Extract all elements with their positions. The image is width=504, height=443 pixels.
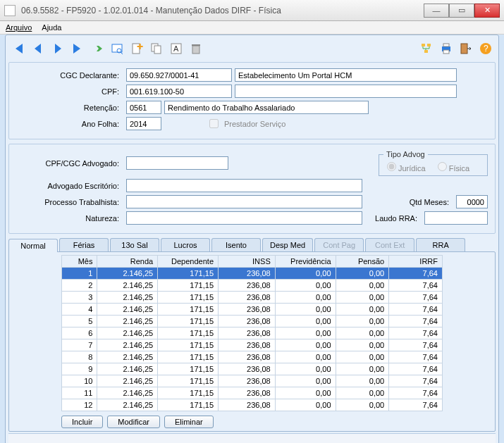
cell-mes[interactable]: 4 xyxy=(62,304,97,316)
cell-dep[interactable]: 171,15 xyxy=(158,375,219,387)
cell-renda[interactable]: 2.146,25 xyxy=(97,316,158,327)
cell-pensao[interactable]: 0,00 xyxy=(336,316,389,327)
tab-isento[interactable]: Isento xyxy=(211,238,261,251)
cell-renda[interactable]: 2.146,25 xyxy=(97,351,158,363)
table-row[interactable]: 22.146,25171,15236,080,000,007,64 xyxy=(62,280,443,292)
tab-desp-med[interactable]: Desp Med xyxy=(262,238,313,251)
cell-renda[interactable]: 2.146,25 xyxy=(97,399,158,411)
cell-renda[interactable]: 2.146,25 xyxy=(97,387,158,399)
retencao-desc-field[interactable] xyxy=(164,101,369,114)
cell-inss[interactable]: 236,08 xyxy=(219,351,276,363)
cell-irrf[interactable]: 7,64 xyxy=(389,304,443,316)
cell-mes[interactable]: 11 xyxy=(62,387,97,399)
cell-renda[interactable]: 2.146,25 xyxy=(97,327,158,339)
cell-inss[interactable]: 236,08 xyxy=(219,363,276,375)
col-irrf[interactable]: IRRF xyxy=(389,256,443,268)
cell-prev[interactable]: 0,00 xyxy=(275,304,336,316)
cell-irrf[interactable]: 7,64 xyxy=(389,387,443,399)
tab-lucros[interactable]: Lucros xyxy=(161,238,210,251)
cell-irrf[interactable]: 7,64 xyxy=(389,268,443,280)
cell-irrf[interactable]: 7,64 xyxy=(389,375,443,387)
cell-pensao[interactable]: 0,00 xyxy=(336,375,389,387)
retencao-cod-field[interactable] xyxy=(126,101,161,114)
cpf-nome-field[interactable] xyxy=(235,85,457,98)
cell-prev[interactable]: 0,00 xyxy=(275,268,336,280)
table-row[interactable]: 102.146,25171,15236,080,000,007,64 xyxy=(62,375,443,387)
cell-inss[interactable]: 236,08 xyxy=(219,375,276,387)
cell-dep[interactable]: 171,15 xyxy=(158,387,219,399)
ano-field[interactable] xyxy=(126,117,161,130)
cell-pensao[interactable]: 0,00 xyxy=(336,351,389,363)
cell-pensao[interactable]: 0,00 xyxy=(336,268,389,280)
cell-inss[interactable]: 236,08 xyxy=(219,304,276,316)
cell-mes[interactable]: 3 xyxy=(62,292,97,304)
table-row[interactable]: 112.146,25171,15236,080,000,007,64 xyxy=(62,387,443,399)
col-dependente[interactable]: Dependente xyxy=(158,256,219,268)
qtd-meses-field[interactable] xyxy=(456,195,488,208)
cell-renda[interactable]: 2.146,25 xyxy=(97,304,158,316)
cell-renda[interactable]: 2.146,25 xyxy=(97,292,158,304)
cell-inss[interactable]: 236,08 xyxy=(219,280,276,292)
minimize-button[interactable]: — xyxy=(424,4,449,18)
cell-dep[interactable]: 171,15 xyxy=(158,399,219,411)
prev-record-icon[interactable] xyxy=(29,39,47,58)
cell-pensao[interactable]: 0,00 xyxy=(336,399,389,411)
table-row[interactable]: 82.146,25171,15236,080,000,007,64 xyxy=(62,351,443,363)
cell-inss[interactable]: 236,08 xyxy=(219,339,276,351)
table-row[interactable]: 72.146,25171,15236,080,000,007,64 xyxy=(62,339,443,351)
exit-icon[interactable] xyxy=(457,39,475,58)
col-mes[interactable]: Mês xyxy=(62,256,97,268)
cell-dep[interactable]: 171,15 xyxy=(158,316,219,327)
proc-field[interactable] xyxy=(126,195,362,208)
cell-prev[interactable]: 0,00 xyxy=(275,363,336,375)
table-row[interactable]: 32.146,25171,15236,080,000,007,64 xyxy=(62,292,443,304)
cell-dep[interactable]: 171,15 xyxy=(158,292,219,304)
cell-mes[interactable]: 9 xyxy=(62,363,97,375)
cell-mes[interactable]: 1 xyxy=(62,268,97,280)
cpf-field[interactable] xyxy=(126,85,232,98)
table-row[interactable]: 52.146,25171,15236,080,000,007,64 xyxy=(62,316,443,327)
col-pensao[interactable]: Pensão xyxy=(336,256,389,268)
tab-rra[interactable]: RRA xyxy=(416,238,465,251)
col-renda[interactable]: Renda xyxy=(97,256,158,268)
cell-pensao[interactable]: 0,00 xyxy=(336,304,389,316)
cell-renda[interactable]: 2.146,25 xyxy=(97,280,158,292)
cell-prev[interactable]: 0,00 xyxy=(275,399,336,411)
table-row[interactable]: 122.146,25171,15236,080,000,007,64 xyxy=(62,399,443,411)
table-row[interactable]: 12.146,25171,15236,080,000,007,64 xyxy=(62,268,443,280)
maximize-button[interactable]: ▭ xyxy=(449,4,474,18)
cell-prev[interactable]: 0,00 xyxy=(275,280,336,292)
laudo-rra-field[interactable] xyxy=(424,211,488,225)
first-record-icon[interactable] xyxy=(9,39,27,58)
cell-mes[interactable]: 8 xyxy=(62,351,97,363)
cell-prev[interactable]: 0,00 xyxy=(275,339,336,351)
col-inss[interactable]: INSS xyxy=(219,256,276,268)
search-icon[interactable] xyxy=(108,39,126,58)
cell-prev[interactable]: 0,00 xyxy=(275,387,336,399)
last-record-icon[interactable] xyxy=(68,39,87,58)
cell-pensao[interactable]: 0,00 xyxy=(336,292,389,304)
cell-irrf[interactable]: 7,64 xyxy=(389,292,443,304)
cell-renda[interactable]: 2.146,25 xyxy=(97,363,158,375)
cell-dep[interactable]: 171,15 xyxy=(158,339,219,351)
data-grid[interactable]: Mês Renda Dependente INSS Previdência Pe… xyxy=(61,255,443,411)
cell-renda[interactable]: 2.146,25 xyxy=(97,339,158,351)
cell-dep[interactable]: 171,15 xyxy=(158,363,219,375)
table-row[interactable]: 92.146,25171,15236,080,000,007,64 xyxy=(62,363,443,375)
adv-escr-field[interactable] xyxy=(126,179,362,192)
go-icon[interactable] xyxy=(88,39,106,58)
estab-field[interactable] xyxy=(235,68,457,82)
cell-mes[interactable]: 5 xyxy=(62,316,97,327)
cell-inss[interactable]: 236,08 xyxy=(219,268,276,280)
tab-normal[interactable]: Normal xyxy=(8,239,58,252)
cell-dep[interactable]: 171,15 xyxy=(158,280,219,292)
cell-pensao[interactable]: 0,00 xyxy=(336,363,389,375)
eliminar-button[interactable]: Eliminar xyxy=(164,416,214,428)
cell-prev[interactable]: 0,00 xyxy=(275,327,336,339)
cell-dep[interactable]: 171,15 xyxy=(158,268,219,280)
incluir-button[interactable]: Incluir xyxy=(61,416,103,428)
cell-prev[interactable]: 0,00 xyxy=(275,375,336,387)
font-icon[interactable]: A xyxy=(167,39,185,58)
menu-arquivo[interactable]: Arquivo xyxy=(6,23,32,32)
close-button[interactable]: ✕ xyxy=(474,4,500,18)
